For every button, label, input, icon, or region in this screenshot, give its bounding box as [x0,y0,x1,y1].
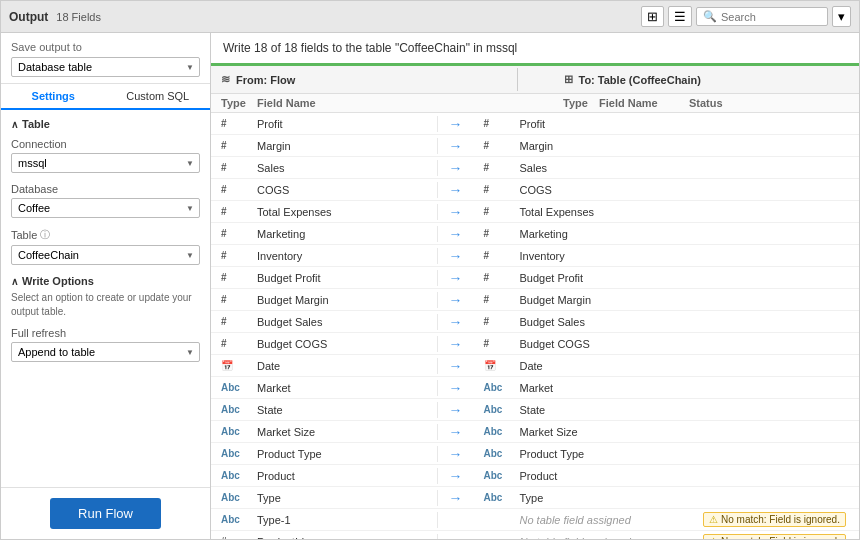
to-type-badge: # [484,162,520,173]
to-type-badge: # [484,316,520,327]
arrow-icon: → [449,424,463,440]
to-cell: #COGS [474,182,700,198]
connection-select[interactable]: mssql [11,153,200,173]
arrow-icon: → [449,402,463,418]
from-type-badge: # [221,536,257,539]
database-select[interactable]: Coffee [11,198,200,218]
expand-button[interactable]: ▾ [832,6,851,27]
tab-settings[interactable]: Settings [1,84,106,110]
table-row: #COGS→#COGS [211,179,859,201]
from-cell: #Profit [211,116,438,132]
save-output-section: Save output to Database table [1,33,210,84]
warning-icon: ⚠ [709,514,718,525]
table-row: AbcProduct Type→AbcProduct Type [211,443,859,465]
from-cell: 📅Date [211,358,438,374]
grid-view-button[interactable]: ⊞ [641,6,664,27]
table-row: AbcState→AbcState [211,399,859,421]
chevron-down-icon: ▾ [838,9,845,24]
from-cell: AbcMarket [211,380,438,396]
table-row: #Budget COGS→#Budget COGS [211,333,859,355]
arrow-cell: → [438,468,474,484]
arrow-cell: → [438,424,474,440]
to-label: To: Table (CoffeeChain) [579,74,701,86]
settings-content: ∧ Table Connection mssql Database [1,110,210,487]
column-headers-row: Type Field Name Type Field Name Status [211,94,859,113]
to-field-name: Total Expenses [520,206,690,218]
to-cell: No table field assigned [474,534,700,540]
connection-group: Connection mssql [11,138,200,173]
table-row: #Budget Sales→#Budget Sales [211,311,859,333]
to-field-name: Budget Profit [520,272,690,284]
to-type-badge: # [484,338,520,349]
from-cell: #Sales [211,160,438,176]
warning-icon: ⚠ [709,536,718,539]
search-input[interactable] [721,11,821,23]
output-title: Output [9,10,48,24]
to-cell: #Total Expenses [474,204,700,220]
to-field-name: Market Size [520,426,690,438]
tab-custom-sql[interactable]: Custom SQL [106,84,211,110]
arrow-icon: → [449,336,463,352]
arrow-icon: → [449,182,463,198]
to-type-col-header: Type [563,97,599,109]
from-field-name: Sales [257,162,427,174]
to-type-badge: Abc [484,404,520,415]
from-field-name: Total Expenses [257,206,427,218]
to-field-name: Budget Sales [520,316,690,328]
from-type-badge: Abc [221,448,257,459]
table-chevron-icon: ∧ [11,119,18,130]
arrow-cell: → [438,490,474,506]
full-refresh-select[interactable]: Append to table [11,342,200,362]
no-match-text: No match: Field is ignored. [721,514,840,525]
to-type-badge: # [484,206,520,217]
to-cell: AbcState [474,402,700,418]
to-field-name: Sales [520,162,690,174]
to-type-badge: Abc [484,470,520,481]
connection-select-wrapper: mssql [11,153,200,173]
to-cell: AbcProduct [474,468,700,484]
list-view-button[interactable]: ☰ [668,6,692,27]
arrow-cell: → [438,380,474,396]
to-cell: #Budget Profit [474,270,700,286]
from-field-name: Product [257,470,427,482]
arrow-cell: → [438,116,474,132]
right-panel: Write 18 of 18 fields to the table "Coff… [211,33,859,539]
from-col-headers: Type Field Name [211,97,517,109]
to-col-headers: Type Field Name Status [553,97,859,109]
table-row: AbcType-1No table field assigned⚠No matc… [211,509,859,531]
to-type-badge: Abc [484,448,520,459]
from-type-badge: # [221,316,257,327]
from-field-name: Market Size [257,426,427,438]
table-row: #Total Expenses→#Total Expenses [211,201,859,223]
main-content: Save output to Database table Settings C… [1,33,859,539]
to-field-name: Budget COGS [520,338,690,350]
to-type-badge: # [484,140,520,151]
from-type-badge: # [221,184,257,195]
table-row: #Inventory→#Inventory [211,245,859,267]
run-flow-button[interactable]: Run Flow [50,498,161,529]
to-type-badge: # [484,228,520,239]
mapping-area: ≋ From: Flow ⊞ To: Table (CoffeeChain) T… [211,66,859,539]
from-field-name: Margin [257,140,427,152]
from-type-badge: Abc [221,382,257,393]
table-row: #Sales→#Sales [211,157,859,179]
table-row: AbcProduct→AbcProduct [211,465,859,487]
arrow-cell: → [438,270,474,286]
arrow-icon: → [449,314,463,330]
from-field-name: Type [257,492,427,504]
from-type-badge: 📅 [221,360,257,371]
from-field-name: ProductId [257,536,427,540]
to-field-name: Date [520,360,690,372]
table-select[interactable]: CoffeeChain [11,245,200,265]
table-info-icon: ⓘ [40,228,50,242]
from-field-name: Budget Profit [257,272,427,284]
to-field-name: Product [520,470,690,482]
to-field-name: Product Type [520,448,690,460]
to-type-badge: # [484,118,520,129]
mapping-header: ≋ From: Flow ⊞ To: Table (CoffeeChain) [211,66,859,94]
search-box: 🔍 [696,7,828,26]
arrow-cell: → [438,402,474,418]
table-row: #Budget Profit→#Budget Profit [211,267,859,289]
to-cell: AbcMarket Size [474,424,700,440]
save-output-select[interactable]: Database table [11,57,200,77]
